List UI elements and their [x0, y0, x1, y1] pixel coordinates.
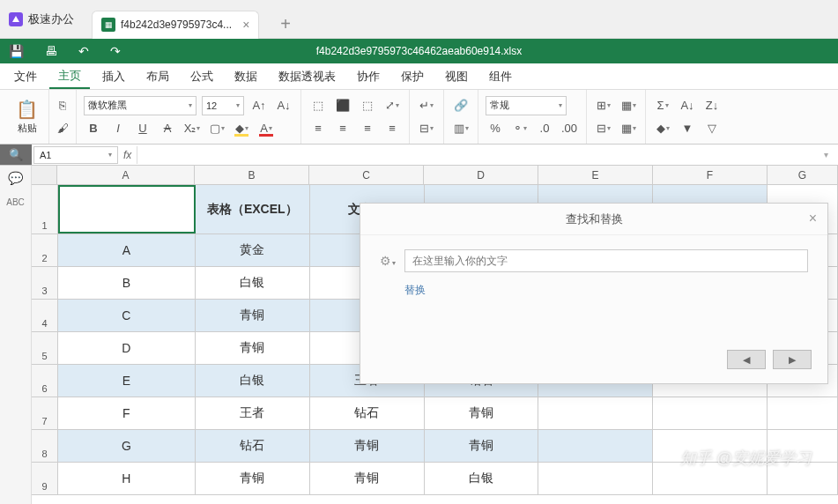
row-header[interactable]: 6	[32, 365, 58, 397]
fx-icon[interactable]: fx	[118, 149, 137, 161]
select-all-corner[interactable]	[32, 166, 57, 184]
cell[interactable]: 钻石	[310, 397, 425, 429]
menu-数据[interactable]: 数据	[226, 65, 266, 88]
cell[interactable]: 王者	[196, 397, 310, 429]
accounting-icon[interactable]: ⚬▾	[510, 119, 530, 138]
insert-cells-icon[interactable]: ⊞▾	[594, 96, 613, 115]
increase-decimal-icon[interactable]: .0	[535, 119, 554, 138]
col-header-F[interactable]: F	[653, 166, 768, 184]
formula-input[interactable]	[137, 146, 824, 164]
find-input[interactable]	[404, 249, 808, 272]
dialog-title-bar[interactable]: 查找和替换 ×	[360, 204, 827, 235]
dialog-close-icon[interactable]: ×	[809, 211, 817, 226]
cell[interactable]: 白银	[425, 463, 539, 494]
sort-desc-icon[interactable]: Z↓	[702, 96, 722, 115]
named-range-icon[interactable]: ▥▾	[451, 119, 471, 138]
abc-tool-icon[interactable]: ABC	[6, 197, 25, 207]
cell[interactable]: C	[58, 300, 196, 331]
bold-button[interactable]: B	[84, 119, 103, 138]
menu-协作[interactable]: 协作	[348, 65, 389, 88]
sort-asc-icon[interactable]: A↓	[678, 96, 697, 115]
cell[interactable]: 青铜	[196, 300, 310, 331]
format-cells-icon[interactable]: ▦▾	[619, 96, 638, 115]
underline-button[interactable]: U	[133, 119, 152, 138]
print-icon[interactable]: 🖶	[45, 44, 57, 58]
align-left-icon[interactable]: ≡	[308, 119, 328, 138]
format-painter-icon[interactable]: 🖌	[53, 119, 72, 138]
search-sidebar-toggle[interactable]: 🔍	[0, 145, 32, 165]
menu-视图[interactable]: 视图	[436, 65, 477, 88]
undo-icon[interactable]: ↶	[78, 44, 89, 58]
align-bottom-icon[interactable]: ⬚	[358, 96, 377, 115]
cell[interactable]: 青铜	[310, 463, 425, 494]
align-middle-icon[interactable]: ⬛	[333, 96, 352, 115]
cell[interactable]: 青铜	[196, 332, 310, 364]
row-header[interactable]: 4	[32, 300, 58, 331]
cell[interactable]: D	[58, 332, 196, 364]
increase-font-icon[interactable]: A↑	[249, 96, 269, 115]
cell[interactable]	[653, 463, 768, 494]
new-tab-button[interactable]: +	[280, 14, 291, 34]
row-header[interactable]: 1	[32, 185, 58, 233]
menu-布局[interactable]: 布局	[137, 65, 178, 88]
name-box[interactable]: A1▾	[33, 146, 118, 164]
cell[interactable]	[653, 430, 768, 462]
table-format-icon[interactable]: ▦▾	[619, 119, 638, 138]
col-header-G[interactable]: G	[768, 166, 838, 184]
menu-保护[interactable]: 保护	[392, 65, 433, 88]
strikethrough-button[interactable]: A	[158, 119, 177, 138]
font-color-button[interactable]: A▾	[256, 119, 276, 138]
cell[interactable]: A	[58, 234, 196, 266]
replace-link[interactable]: 替换	[404, 283, 808, 298]
cell[interactable]: B	[58, 267, 196, 299]
cell[interactable]: 黄金	[196, 234, 310, 266]
fill-color-button[interactable]: ◆▾	[232, 119, 251, 138]
cell[interactable]: 青铜	[310, 430, 425, 462]
menu-插入[interactable]: 插入	[93, 65, 134, 88]
cell[interactable]: G	[58, 430, 196, 462]
cell[interactable]: F	[58, 397, 196, 429]
redo-icon[interactable]: ↷	[110, 44, 121, 58]
cell[interactable]	[653, 397, 768, 429]
find-next-button[interactable]: ▶	[773, 350, 812, 369]
italic-button[interactable]: I	[108, 119, 128, 138]
align-top-icon[interactable]: ⬚	[308, 96, 328, 115]
cell[interactable]: 表格（EXCEL）	[196, 185, 310, 233]
align-center-icon[interactable]: ≡	[333, 119, 352, 138]
percent-icon[interactable]: %	[486, 119, 505, 138]
menu-公式[interactable]: 公式	[182, 65, 222, 88]
menu-主页[interactable]: 主页	[49, 64, 90, 89]
paste-button[interactable]: 📋 粘贴	[12, 97, 41, 137]
cell[interactable]	[538, 430, 653, 462]
subscript-button[interactable]: X₂▾	[182, 119, 202, 138]
comment-tool-icon[interactable]: 💬	[8, 171, 23, 185]
row-header[interactable]: 3	[32, 267, 58, 299]
row-header[interactable]: 9	[32, 463, 58, 494]
col-header-B[interactable]: B	[195, 166, 309, 184]
copy-icon[interactable]: ⎘	[53, 96, 72, 115]
cell[interactable]	[538, 463, 653, 494]
cell[interactable]: 白银	[196, 365, 310, 397]
cell[interactable]	[768, 463, 838, 494]
cell[interactable]: H	[58, 463, 196, 494]
cell[interactable]: 青铜	[196, 463, 310, 494]
tab-close-icon[interactable]: ×	[242, 18, 249, 32]
cell[interactable]: E	[58, 365, 196, 397]
col-header-D[interactable]: D	[424, 166, 538, 184]
font-family-select[interactable]: 微软雅黑▾	[84, 96, 197, 115]
cell[interactable]	[538, 397, 653, 429]
filter-icon[interactable]: ▼	[678, 119, 697, 138]
row-header[interactable]: 7	[32, 397, 58, 429]
expand-formula-icon[interactable]: ▾	[824, 150, 838, 159]
row-header[interactable]: 8	[32, 430, 58, 462]
cell[interactable]: 青铜	[425, 430, 539, 462]
menu-数据透视表[interactable]: 数据透视表	[270, 65, 345, 88]
number-format-select[interactable]: 常规▾	[486, 96, 567, 115]
border-button[interactable]: ▢▾	[207, 119, 226, 138]
cell[interactable]: 白银	[196, 267, 310, 299]
cell[interactable]: 青铜	[425, 397, 539, 429]
row-header[interactable]: 5	[32, 332, 58, 364]
hyperlink-icon[interactable]: 🔗	[451, 96, 471, 115]
col-header-C[interactable]: C	[309, 166, 424, 184]
cell[interactable]	[58, 185, 196, 233]
